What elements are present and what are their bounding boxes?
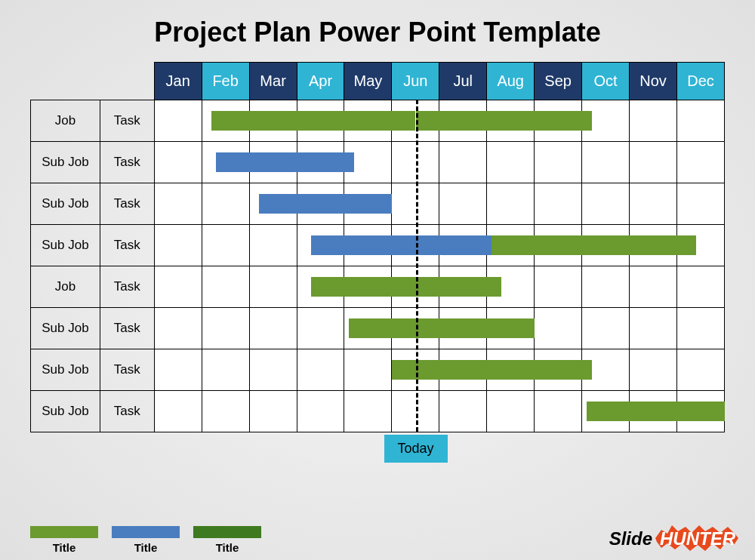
gantt-cell <box>535 349 582 391</box>
gantt-cell <box>154 183 202 225</box>
gantt-cell <box>202 266 249 308</box>
gantt-cell <box>630 142 677 183</box>
gantt-cell <box>439 266 487 308</box>
today-line <box>416 100 418 432</box>
gantt-table: JanFebMarAprMayJunJulAugSepOctNovDec Job… <box>30 62 725 432</box>
gantt-cell <box>202 308 249 349</box>
gantt-cell <box>676 266 724 308</box>
legend-swatch <box>112 526 180 538</box>
gantt-cell <box>344 183 392 225</box>
gantt-cell <box>439 142 487 183</box>
gantt-cell <box>487 183 535 225</box>
gantt-cell <box>154 225 202 266</box>
gantt-cell <box>439 100 487 142</box>
table-row: Sub JobTask <box>31 391 725 432</box>
gantt-cell <box>439 349 487 391</box>
job-label: Job <box>31 100 100 142</box>
gantt-cell <box>202 142 249 183</box>
page-title: Project Plan Power Point Template <box>0 0 755 62</box>
gantt-cell <box>249 308 297 349</box>
gantt-cell <box>154 266 202 308</box>
month-header-jun: Jun <box>392 63 439 100</box>
legend-label: Title <box>112 541 180 554</box>
month-header-feb: Feb <box>202 63 249 100</box>
gantt-cell <box>582 266 630 308</box>
table-row: Sub JobTask <box>31 142 725 183</box>
gantt-cell <box>630 349 677 391</box>
gantt-cell <box>202 391 249 432</box>
gantt-cell <box>487 225 535 266</box>
gantt-cell <box>487 308 535 349</box>
gantt-cell <box>487 391 535 432</box>
gantt-cell <box>676 391 724 432</box>
gantt-cell <box>297 225 344 266</box>
gantt-cell <box>297 142 344 183</box>
job-label: Sub Job <box>31 142 100 183</box>
job-label: Job <box>31 266 100 308</box>
legend-label: Title <box>30 541 98 554</box>
task-label: Task <box>100 100 154 142</box>
brand-badge: HUNTER <box>655 527 740 551</box>
gantt-cell <box>439 391 487 432</box>
gantt-cell <box>249 266 297 308</box>
legend-item: Title <box>30 526 98 554</box>
gantt-cell <box>487 349 535 391</box>
gantt-cell <box>439 308 487 349</box>
gantt-cell <box>487 266 535 308</box>
gantt-cell <box>582 308 630 349</box>
task-label: Task <box>100 225 154 266</box>
month-header-aug: Aug <box>487 63 535 100</box>
gantt-cell <box>676 308 724 349</box>
gantt-cell <box>344 225 392 266</box>
gantt-cell <box>487 142 535 183</box>
gantt-cell <box>249 183 297 225</box>
gantt-cell <box>582 391 630 432</box>
task-label: Task <box>100 183 154 225</box>
table-row: Sub JobTask <box>31 308 725 349</box>
job-label: Sub Job <box>31 183 100 225</box>
gantt-cell <box>630 308 677 349</box>
legend-item: Title <box>193 526 261 554</box>
gantt-cell <box>154 391 202 432</box>
task-label: Task <box>100 266 154 308</box>
month-header-nov: Nov <box>630 63 677 100</box>
gantt-cell <box>249 142 297 183</box>
gantt-cell <box>535 308 582 349</box>
gantt-chart: JanFebMarAprMayJunJulAugSepOctNovDec Job… <box>30 62 725 432</box>
table-row: Sub JobTask <box>31 225 725 266</box>
job-label: Sub Job <box>31 391 100 432</box>
gantt-cell <box>249 225 297 266</box>
legend-item: Title <box>112 526 180 554</box>
legend: TitleTitleTitle <box>30 526 261 554</box>
month-header-jan: Jan <box>154 63 202 100</box>
gantt-cell <box>344 100 392 142</box>
gantt-cell <box>154 308 202 349</box>
blank-header-job <box>31 63 100 100</box>
gantt-cell <box>297 266 344 308</box>
gantt-cell <box>535 391 582 432</box>
brand-logo: Slide HUNTER <box>609 527 740 551</box>
gantt-cell <box>630 225 677 266</box>
month-header-jul: Jul <box>439 63 487 100</box>
gantt-cell <box>344 308 392 349</box>
gantt-cell <box>344 349 392 391</box>
legend-swatch <box>193 526 261 538</box>
table-row: Sub JobTask <box>31 349 725 391</box>
gantt-cell <box>154 142 202 183</box>
gantt-cell <box>249 100 297 142</box>
gantt-cell <box>676 142 724 183</box>
gantt-cell <box>249 391 297 432</box>
task-label: Task <box>100 391 154 432</box>
job-label: Sub Job <box>31 308 100 349</box>
gantt-cell <box>344 391 392 432</box>
month-header-mar: Mar <box>249 63 297 100</box>
gantt-cell <box>630 100 677 142</box>
gantt-cell <box>154 100 202 142</box>
gantt-cell <box>154 349 202 391</box>
gantt-cell <box>535 225 582 266</box>
gantt-cell <box>676 183 724 225</box>
gantt-cell <box>535 266 582 308</box>
gantt-cell <box>535 142 582 183</box>
gantt-cell <box>535 183 582 225</box>
gantt-cell <box>202 225 249 266</box>
